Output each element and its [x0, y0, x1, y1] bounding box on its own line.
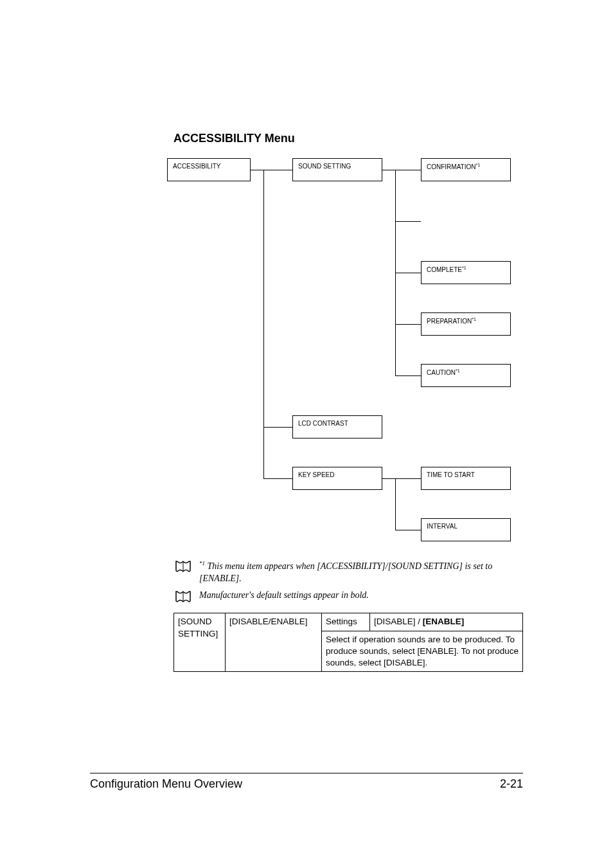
box-accessibility: ACCESSIBILITY: [167, 158, 251, 181]
cell-settings-label: Settings: [322, 613, 370, 631]
cell-settings-value-b: [ENABLE]: [423, 617, 465, 626]
page-footer: Configuration Menu Overview 2-21: [90, 773, 523, 791]
cell-sound-setting: [SOUND SETTING]: [174, 613, 226, 672]
box-preparation-label: PREPARATION: [427, 318, 472, 325]
note-1-sup: *1: [199, 560, 205, 566]
cell-description: Select if operation sounds are to be pro…: [322, 631, 523, 672]
footer-right: 2-21: [500, 777, 523, 791]
box-interval: INTERVAL: [421, 518, 511, 541]
box-lcd-contrast: LCD CONTRAST: [292, 415, 382, 439]
table-row: [SOUND SETTING] [DISABLE/ENABLE] Setting…: [174, 613, 523, 631]
box-key-speed-label: KEY SPEED: [298, 471, 335, 478]
section-title: ACCESSIBILITY Menu: [173, 132, 523, 145]
cell-settings-value: [DISABLE] / [ENABLE]: [370, 613, 523, 631]
note-2: Manufacturer's default settings appear i…: [173, 590, 523, 604]
sup-1: *1: [475, 163, 480, 167]
note-icon: [173, 590, 193, 604]
box-time-to-start: TIME TO START: [421, 467, 511, 490]
box-caution: CAUTION*1: [421, 364, 511, 387]
box-confirmation: CONFIRMATION*1: [421, 158, 511, 181]
cell-sound-setting-line2: SETTING]: [178, 629, 218, 638]
cell-settings-value-a: [DISABLE] /: [374, 617, 423, 626]
box-key-speed: KEY SPEED: [292, 467, 382, 490]
box-interval-label: INTERVAL: [427, 523, 458, 530]
box-time-to-start-label: TIME TO START: [427, 471, 475, 478]
sup-3: *1: [472, 317, 476, 321]
sup-4: *1: [456, 368, 460, 373]
note-1: *1 This menu item appears when [ACCESSIB…: [173, 559, 523, 584]
box-complete-label: COMPLETE: [427, 266, 462, 273]
box-confirmation-label: CONFIRMATION: [427, 163, 475, 170]
box-caution-label: CAUTION: [427, 369, 456, 376]
box-preparation: PREPARATION*1: [421, 312, 511, 336]
box-sound-setting-label: SOUND SETTING: [298, 163, 351, 170]
box-sound-setting: SOUND SETTING: [292, 158, 382, 181]
note-1-text: This menu item appears when [ACCESSIBILI…: [199, 561, 492, 583]
sup-2: *1: [462, 266, 466, 270]
cell-sound-setting-line1: [SOUND: [178, 617, 212, 626]
footer-left: Configuration Menu Overview: [90, 777, 242, 791]
box-lcd-contrast-label: LCD CONTRAST: [298, 420, 348, 427]
note-2-text: Manufacturer's default settings appear i…: [199, 590, 369, 602]
menu-tree-diagram: ACCESSIBILITY SOUND SETTING DISABLE/ENAB…: [167, 158, 527, 550]
settings-table: [SOUND SETTING] [DISABLE/ENABLE] Setting…: [173, 613, 523, 672]
note-icon: [173, 559, 193, 574]
cell-disable-enable: [DISABLE/ENABLE]: [226, 613, 322, 672]
box-accessibility-label: ACCESSIBILITY: [173, 163, 220, 170]
box-complete: COMPLETE*1: [421, 261, 511, 284]
